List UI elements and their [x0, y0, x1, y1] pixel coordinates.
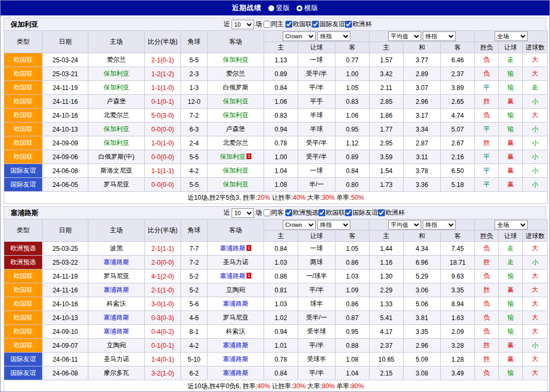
- match-score-link[interactable]: 0-4(0-2): [145, 325, 181, 339]
- summary-stat-value: 40%: [293, 194, 306, 201]
- match-date: 24-09-07: [43, 339, 88, 353]
- home-team-label: 塞浦路斯: [104, 328, 129, 335]
- summary-text: 让胜率:: [270, 382, 293, 390]
- league-checkbox[interactable]: 欧国联: [285, 20, 312, 29]
- scope-select[interactable]: 全场: [495, 31, 528, 41]
- league-checkbox-label: 欧国联: [326, 208, 345, 217]
- summary-stat-value: 80%: [351, 382, 364, 390]
- league-checkbox-label: 欧洲杯: [352, 20, 372, 29]
- match-count-select[interactable]: 10: [232, 208, 254, 218]
- match-score-link[interactable]: 1-1(1-1): [145, 164, 181, 178]
- bookmaker-stage-select[interactable]: 终指: [317, 220, 350, 230]
- league-checkbox-label: 欧洲预选: [293, 208, 318, 217]
- result-outcome: 负: [475, 311, 499, 325]
- result-outcome: 负: [475, 242, 499, 256]
- league-checkbox-input[interactable]: [345, 209, 352, 216]
- away-team: 保加利亚: [208, 95, 264, 109]
- league-checkbox[interactable]: 欧洲杯: [378, 208, 405, 217]
- avg-home-odds: 1.57: [370, 53, 404, 67]
- match-score-link[interactable]: 0-1(0-1): [145, 339, 181, 353]
- match-score-link[interactable]: 1-0(1-0): [145, 136, 181, 150]
- match-score-link[interactable]: 0-0(0-0): [145, 178, 181, 192]
- avg-away-odds: 5.07: [441, 123, 475, 136]
- book-away-odds: 0.77: [335, 53, 370, 67]
- match-score-link[interactable]: 2-1(1-0): [145, 283, 181, 297]
- match-score-link[interactable]: 2-1(1-1): [145, 242, 181, 256]
- away-team-label: 塞浦路斯: [223, 300, 249, 307]
- match-date: 24-11-19: [43, 81, 88, 95]
- match-score-link[interactable]: 1-2(1-2): [145, 67, 181, 81]
- match-score-link[interactable]: 0-0(0-0): [145, 150, 181, 164]
- same-venue-checkbox-input[interactable]: [264, 209, 270, 216]
- book-home-odds: 1.06: [264, 95, 298, 109]
- bookmaker-select[interactable]: Crown: [283, 31, 316, 41]
- league-checkbox[interactable]: 欧洲杯: [345, 20, 372, 29]
- result-outcome: 平: [475, 123, 499, 136]
- col-result-handicap: 让球: [499, 231, 523, 242]
- layout-radio-horizontal[interactable]: 横版: [297, 3, 318, 13]
- league-checkbox[interactable]: 国际友谊: [345, 208, 378, 217]
- recent-results-panel: 近期战绩 竖版 横版 保加利亚 近 10 场 同主 欧国联国际友谊欧洲杯: [0, 0, 550, 392]
- match-score-link[interactable]: 2-1(0-1): [145, 53, 181, 67]
- league-checkbox-input[interactable]: [378, 209, 385, 216]
- league-checkbox[interactable]: 欧洲预选: [285, 208, 318, 217]
- result-goals: 大: [523, 109, 548, 123]
- summary-row: 近10场,胜2平5负3, 胜率:20% 让胜率:40% 大率:30% 单率:50…: [4, 192, 548, 204]
- col-score: 比分(半场): [145, 31, 181, 53]
- result-outcome: 胜: [475, 95, 499, 109]
- bookmaker-select[interactable]: Crown: [283, 220, 316, 230]
- league-checkbox[interactable]: 欧国联: [318, 208, 345, 217]
- match-score-link[interactable]: 0-0(0-0): [145, 123, 181, 136]
- league-checkbox-input[interactable]: [285, 209, 292, 216]
- same-venue-checkbox[interactable]: 同客: [264, 208, 284, 217]
- result-goals: 大: [523, 67, 548, 81]
- match-row: 国际友谊24-06-08斯洛文尼亚1-1(1-1)4-2保加利亚1.04一球0.…: [4, 164, 548, 178]
- league-badge: 欧国联: [4, 270, 43, 283]
- match-score-link[interactable]: 3-2(1-0): [145, 366, 181, 380]
- league-checkbox-input[interactable]: [285, 21, 292, 28]
- same-venue-checkbox[interactable]: 同主: [264, 20, 284, 29]
- col-book-away: 客: [335, 231, 370, 242]
- match-score-link[interactable]: 4-1(2-0): [145, 270, 181, 283]
- result-handicap: 走: [499, 256, 523, 270]
- match-score-link[interactable]: 5-0(3-0): [145, 109, 181, 123]
- results-table: 类型 日期 主场 比分(半场) 角球 客场 Crown 终指 平均值 终指: [4, 219, 548, 392]
- away-team: 塞浦路斯: [208, 366, 264, 380]
- match-score-link[interactable]: 3-0(1-0): [145, 297, 181, 311]
- league-checkbox-input[interactable]: [312, 21, 319, 28]
- avg-draw-odds: 3.17: [404, 109, 441, 123]
- away-team: 塞浦路斯1: [208, 270, 264, 283]
- away-team-label: 保加利亚: [223, 111, 249, 119]
- result-goals: 大: [523, 297, 548, 311]
- away-team: 保加利亚: [208, 53, 264, 67]
- match-score-link[interactable]: 1-1(1-0): [145, 81, 181, 95]
- league-badge: 欧国联: [4, 283, 43, 297]
- match-date: 25-03-22: [43, 256, 88, 270]
- result-outcome: 平: [475, 164, 499, 178]
- book-away-odds: 1.04: [335, 366, 370, 380]
- match-score-link[interactable]: 1-4(0-1): [145, 353, 181, 366]
- avg-draw-odds: 3.08: [404, 366, 441, 380]
- bookmaker-stage-select[interactable]: 终指: [317, 31, 350, 41]
- match-row: 欧洲预选25-03-25波黑2-1(1-1)7-7塞浦路斯10.84一球1.05…: [4, 242, 548, 256]
- average-stage-select[interactable]: 终指: [423, 220, 456, 230]
- away-team-label: 北爱尔兰: [223, 139, 249, 146]
- home-team-label: 斯洛文尼亚: [101, 167, 133, 174]
- same-venue-checkbox-input[interactable]: [264, 21, 270, 28]
- page-title: 近期战绩: [232, 3, 262, 13]
- average-select[interactable]: 平均值: [388, 220, 421, 230]
- match-score-link[interactable]: 2-0(0-0): [145, 256, 181, 270]
- col-result-outcome: 胜负: [475, 42, 499, 53]
- scope-select[interactable]: 全场: [495, 220, 528, 230]
- league-checkbox-input[interactable]: [318, 209, 325, 216]
- layout-radio-vertical[interactable]: 竖版: [268, 3, 290, 13]
- league-checkbox-input[interactable]: [345, 21, 352, 28]
- match-score-link[interactable]: 0-1(0-1): [145, 95, 181, 109]
- match-count-select[interactable]: 10: [232, 20, 254, 29]
- book-away-odds: 0.89: [335, 150, 370, 164]
- league-checkbox[interactable]: 国际友谊: [312, 20, 345, 29]
- average-select[interactable]: 平均值: [388, 31, 421, 41]
- match-row: 欧国联24-10-16北爱尔兰5-0(3-0)7-2保加利亚0.83半球1.06…: [4, 109, 548, 123]
- match-score-link[interactable]: 0-3(0-3): [145, 311, 181, 325]
- average-stage-select[interactable]: 终指: [423, 31, 456, 41]
